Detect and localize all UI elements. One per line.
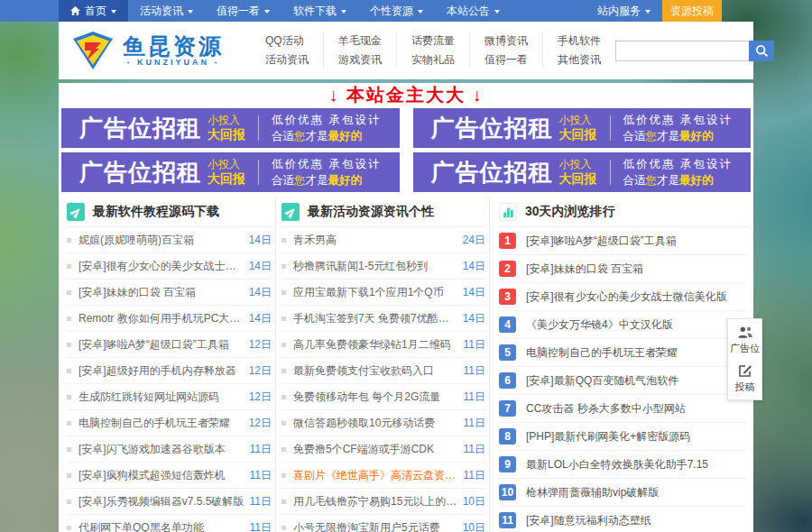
chevron-down-icon	[418, 10, 423, 14]
item-title: [PHP]最新代刷网美化+解密版源码	[526, 429, 690, 445]
ad-slot-banner[interactable]: 广告位招租 小投入 大回报 低价优惠 承包设计 合适您才是最好的	[61, 152, 400, 192]
list-item[interactable]: [安卓]哆啦A梦“超级口袋”工具箱 12日	[67, 332, 272, 358]
list-item[interactable]: [安卓]闪飞游戏加速器谷歌版本 11日	[67, 436, 272, 463]
rank-badge: 9	[499, 456, 516, 472]
rank-item[interactable]: 11 [安卓]随意玩福利动态壁纸	[499, 507, 747, 532]
rank-item[interactable]: 7 CC攻击器 秒杀大多数中小型网站	[499, 395, 747, 423]
list-item[interactable]: 喜剧片《绝世高手》高清云盘资源 郭采洁 11日	[281, 463, 485, 489]
list-item[interactable]: [安卓]疯狗模式超强短信轰炸机 11日	[67, 463, 272, 489]
list-item[interactable]: 妮媗(原妮哩萌萌)百宝箱 14日	[67, 227, 272, 253]
item-title: [安卓]妹妹的口袋 百宝箱	[78, 285, 244, 300]
list-item[interactable]: 免费撸5个CF端游或手游CDK 11日	[281, 436, 485, 463]
list-item[interactable]: 秒撸腾讯新闻1-5元红包秒到 14日	[281, 253, 485, 280]
nav-item[interactable]: 值得一看	[205, 0, 281, 22]
quick-link[interactable]: QQ活动	[265, 33, 309, 49]
list-item[interactable]: 小号无限撸淘宝新用户5元话费 10日	[281, 515, 485, 532]
banner-subtitle-stack: 小投入 大回报	[559, 115, 597, 142]
list-item[interactable]: [安卓]乐秀视频编辑器v7.5.5破解版 11日	[67, 489, 272, 515]
quick-link-group: 羊毛现金 游戏资讯	[323, 33, 396, 68]
top-navigation: 首页 活动资讯 值得一看 软件下载 个性资源	[0, 0, 722, 22]
bullet-icon	[67, 526, 71, 530]
list-item[interactable]: 电脑控制自己的手机玩王者荣耀 12日	[67, 410, 272, 436]
item-title: 最新免费领支付宝收款码入口	[293, 363, 458, 379]
resource-submit-button[interactable]: 资源投稿	[662, 0, 722, 22]
submit-link[interactable]: 投稿	[735, 363, 755, 394]
item-title: 小号无限撸淘宝新用户5元话费	[293, 520, 457, 532]
rank-item[interactable]: 3 [安卓]很有少女心的美少女战士微信美化版	[499, 283, 747, 311]
quick-link[interactable]: 实物礼品	[411, 52, 455, 68]
quick-link[interactable]: 话费流量	[411, 33, 455, 49]
site-logo[interactable]: 鱼昆资源 - KUNZIYUAN -	[59, 31, 224, 70]
list-item[interactable]: 手机淘宝签到7天 免费领7优酷会员 14日	[281, 306, 485, 332]
nav-item-home[interactable]: 首页	[59, 0, 128, 22]
list-item[interactable]: 应用宝最新下载1个应用1个Q币 14日	[281, 280, 485, 306]
list-item[interactable]: 代刷网下单QQ黑名单功能 11日	[67, 515, 272, 532]
ad-slot-label: 广告位	[730, 342, 760, 355]
list-item[interactable]: [安卓]超级好用的手机内存释放器 12日	[67, 358, 272, 384]
nav-item[interactable]: 活动资讯	[128, 0, 205, 22]
quick-link[interactable]: 手机软件	[558, 33, 601, 49]
item-date: 11日	[464, 337, 485, 353]
sponsor-announcement[interactable]: ↓ 本站金主大大 ↓	[61, 83, 751, 107]
nav-item[interactable]: 本站公告	[435, 0, 512, 22]
list-item[interactable]: 生成防红跳转短网址网站源码 12日	[67, 384, 272, 410]
rank-item[interactable]: 1 [安卓]哆啦A梦“超级口袋”工具箱	[499, 227, 747, 255]
list-item[interactable]: Remotr 教你如何用手机玩PC大型游戏 14日	[67, 306, 272, 332]
quick-link[interactable]: 游戏资讯	[338, 52, 382, 68]
item-date: 14日	[463, 285, 485, 300]
banner-title: 广告位招租	[431, 157, 553, 188]
rank-badge: 8	[499, 428, 516, 445]
quick-link[interactable]: 活动资讯	[265, 52, 309, 68]
item-title: [安卓]哆啦A梦“超级口袋”工具箱	[526, 234, 677, 249]
list-item[interactable]: 高几率免费领豪华绿钻1月二维码 11日	[281, 332, 485, 358]
item-title: 枪林弹雨蔷薇辅助vip破解版	[526, 485, 659, 500]
bullet-icon	[281, 264, 286, 269]
rank-item[interactable]: 9 最新LOL小白全特效换肤美化助手7.15	[499, 451, 747, 479]
rank-item[interactable]: 4 《美少女万华镜4》中文汉化版	[499, 311, 747, 339]
rank-item[interactable]: 10 枪林弹雨蔷薇辅助vip破解版	[499, 479, 747, 507]
list-item[interactable]: 用几毛钱撸苏宁易购15元以上的商品 10日	[281, 489, 485, 515]
search-button[interactable]	[749, 41, 774, 61]
item-date: 11日	[464, 416, 485, 431]
ad-slot-banner[interactable]: 广告位招租 小投入 大回报 低价优惠 承包设计 合适您才是最好的	[413, 108, 752, 148]
item-title: [安卓]很有少女心的美少女战士微信美化版	[526, 289, 727, 305]
ad-slot-banner[interactable]: 广告位招租 小投入 大回报 低价优惠 承包设计 合适您才是最好的	[61, 108, 400, 148]
rank-badge: 3	[499, 289, 516, 305]
floating-side-widget: 广告位 投稿	[727, 318, 762, 400]
item-date: 14日	[463, 311, 485, 326]
quick-link[interactable]: 值得一看	[484, 52, 528, 68]
ad-banner-grid: 广告位招租 小投入 大回报 低价优惠 承包设计 合适您才是最好的 广告位招租 小…	[61, 108, 751, 192]
list-item[interactable]: 微信答题秒领取10元移动话费 11日	[281, 410, 485, 436]
bullet-icon	[281, 473, 286, 478]
list-item[interactable]: 免费领移动年包 每个月2G流量 11日	[281, 384, 485, 410]
quick-link[interactable]: 其他资讯	[558, 52, 601, 68]
item-date: 11日	[250, 468, 272, 483]
rank-item[interactable]: 6 [安卓]最新QQ百变随机气泡软件	[499, 367, 747, 395]
nav-item-label: 本站公告	[447, 4, 490, 19]
bullet-icon	[67, 343, 71, 347]
bullet-icon	[281, 290, 286, 295]
list-item[interactable]: [安卓]妹妹的口袋 百宝箱 14日	[67, 280, 272, 306]
ad-slot-link[interactable]: 广告位	[730, 326, 760, 355]
ad-slot-banner[interactable]: 广告位招租 小投入 大回报 低价优惠 承包设计 合适您才是最好的	[413, 152, 752, 192]
nav-item[interactable]: 软件下载	[281, 0, 358, 22]
item-title: [安卓]妹妹的口袋 百宝箱	[526, 261, 643, 277]
logo-title: 鱼昆资源	[123, 34, 224, 58]
nav-item-site-services[interactable]: 站内服务	[586, 0, 662, 22]
rank-item[interactable]: 5 电脑控制自己的手机玩王者荣耀	[499, 339, 747, 367]
list-item[interactable]: [安卓]很有少女心的美少女战士微信美化版 14日	[67, 253, 272, 280]
quick-link[interactable]: 羊毛现金	[338, 33, 382, 49]
nav-item[interactable]: 个性资源	[358, 0, 435, 22]
search-input[interactable]	[615, 41, 749, 61]
rocket-icon	[281, 203, 300, 221]
item-title: 秒撸腾讯新闻1-5元红包秒到	[293, 259, 457, 274]
rank-item[interactable]: 8 [PHP]最新代刷网美化+解密版源码	[499, 423, 747, 451]
item-date: 11日	[250, 442, 272, 457]
quick-link[interactable]: 微博资讯	[484, 33, 528, 49]
item-title: 最新LOL小白全特效换肤美化助手7.15	[526, 457, 708, 472]
list-item[interactable]: 最新免费领支付宝收款码入口 11日	[281, 358, 485, 384]
item-date: 10日	[463, 520, 485, 532]
item-title: 微信答题秒领取10元移动话费	[293, 416, 458, 431]
list-item[interactable]: 青禾男高 24日	[281, 227, 485, 253]
rank-item[interactable]: 2 [安卓]妹妹的口袋 百宝箱	[499, 255, 747, 283]
